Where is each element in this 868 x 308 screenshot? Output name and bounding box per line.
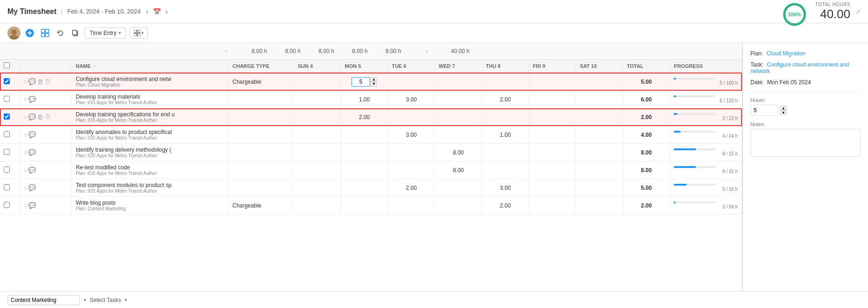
row-comment-icon[interactable]: 💬 — [28, 202, 36, 209]
row-sat-cell[interactable] — [576, 108, 623, 126]
row-delete-icon[interactable]: 🗑 — [37, 114, 43, 121]
row-sat-cell[interactable] — [576, 73, 623, 91]
row-checkbox[interactable] — [4, 78, 10, 84]
row-wed-cell[interactable]: 8.00 — [435, 144, 482, 161]
th-name[interactable]: NAME ↑ — [72, 60, 228, 73]
row-circle-icon[interactable]: ○ — [24, 96, 27, 103]
row-circle-icon[interactable]: ○ — [24, 149, 27, 156]
row-comment-icon[interactable]: 💬 — [28, 149, 36, 156]
row-comment-icon[interactable]: 💬 — [28, 184, 36, 191]
row-sun-cell[interactable] — [294, 126, 341, 144]
next-week-button[interactable]: › — [164, 7, 170, 16]
hours-increment-button[interactable]: ▲ — [780, 106, 787, 110]
hours-decrement-button[interactable]: ▼ — [780, 110, 787, 115]
row-sat-cell[interactable] — [576, 91, 623, 108]
row-checkbox[interactable] — [4, 149, 10, 155]
row-clock-icon[interactable]: ⏱ — [45, 114, 51, 121]
row-fri-cell[interactable] — [529, 144, 576, 161]
row-mon-cell[interactable] — [341, 179, 388, 197]
row-sun-cell[interactable] — [294, 197, 341, 214]
row-checkbox[interactable] — [4, 167, 10, 173]
row-fri-cell[interactable] — [529, 126, 576, 144]
row-circle-icon[interactable]: ○ — [24, 114, 27, 121]
row-mon-cell[interactable] — [341, 144, 388, 161]
row-comment-icon[interactable]: 💬 — [28, 114, 36, 121]
row-comment-icon[interactable]: 💬 — [28, 131, 36, 138]
hour-decrement[interactable]: ▼ — [371, 82, 377, 87]
row-tue-cell[interactable] — [388, 144, 435, 161]
hour-increment[interactable]: ▲ — [371, 77, 377, 82]
row-checkbox[interactable] — [4, 96, 10, 102]
row-circle-icon[interactable]: ○ — [24, 184, 27, 191]
copy-button[interactable] — [70, 28, 81, 38]
undo-button[interactable] — [55, 28, 66, 38]
row-sat-cell[interactable] — [576, 179, 623, 197]
row-fri-cell[interactable] — [529, 73, 576, 91]
row-sun-cell[interactable] — [294, 108, 341, 126]
row-wed-cell[interactable] — [435, 126, 482, 144]
row-tue-cell[interactable]: 3.00 — [388, 91, 435, 108]
row-tue-cell[interactable] — [388, 73, 435, 91]
row-thu-cell[interactable]: 2.00 — [482, 91, 529, 108]
calendar-icon[interactable]: 📅 — [153, 8, 161, 15]
row-tue-cell[interactable] — [388, 161, 435, 179]
row-sun-cell[interactable] — [294, 161, 341, 179]
footer-project-dropdown[interactable]: Content MarketingCloud MigrationiOS Apps… — [7, 295, 80, 305]
select-all-checkbox[interactable] — [4, 62, 10, 68]
row-wed-cell[interactable]: 8.00 — [435, 161, 482, 179]
row-sat-cell[interactable] — [576, 126, 623, 144]
row-wed-cell[interactable] — [435, 197, 482, 214]
row-thu-cell[interactable]: 1.00 — [482, 126, 529, 144]
row-sun-cell[interactable] — [294, 179, 341, 197]
detail-hours-input[interactable] — [750, 105, 778, 116]
row-sun-cell[interactable] — [294, 73, 341, 91]
row-checkbox[interactable] — [4, 202, 10, 208]
row-circle-icon[interactable]: ○ — [24, 167, 27, 174]
row-sat-cell[interactable] — [576, 144, 623, 161]
row-sat-cell[interactable] — [576, 197, 623, 214]
add-button[interactable] — [24, 27, 35, 39]
row-wed-cell[interactable] — [435, 91, 482, 108]
row-thu-cell[interactable] — [482, 108, 529, 126]
row-wed-cell[interactable] — [435, 73, 482, 91]
hour-input-mon[interactable] — [351, 77, 370, 87]
row-thu-cell[interactable]: 2.00 — [482, 197, 529, 214]
detail-notes-input[interactable] — [750, 129, 861, 157]
row-fri-cell[interactable] — [529, 108, 576, 126]
row-circle-icon[interactable]: ○ — [24, 131, 27, 138]
row-mon-cell[interactable]: 1.00 — [341, 91, 388, 108]
expand-icon[interactable]: ⤢ — [856, 8, 861, 15]
row-thu-cell[interactable]: 3.00 — [482, 179, 529, 197]
row-tue-cell[interactable] — [388, 108, 435, 126]
row-sun-cell[interactable] — [294, 91, 341, 108]
row-fri-cell[interactable] — [529, 197, 576, 214]
row-wed-cell[interactable] — [435, 108, 482, 126]
row-mon-cell[interactable] — [341, 161, 388, 179]
row-thu-cell[interactable] — [482, 161, 529, 179]
row-tue-cell[interactable]: 3.00 — [388, 126, 435, 144]
row-checkbox[interactable] — [4, 114, 10, 120]
row-checkbox[interactable] — [4, 184, 10, 190]
row-mon-cell[interactable]: 2.00 — [341, 108, 388, 126]
row-fri-cell[interactable] — [529, 91, 576, 108]
row-mon-cell[interactable] — [341, 126, 388, 144]
row-clock-icon[interactable]: ⏱ — [45, 78, 51, 85]
row-comment-icon[interactable]: 💬 — [28, 167, 36, 174]
row-circle-icon[interactable]: ○ — [24, 78, 27, 85]
time-entry-button[interactable]: Time Entry ▾ — [85, 27, 126, 39]
row-wed-cell[interactable] — [435, 179, 482, 197]
row-sat-cell[interactable] — [576, 161, 623, 179]
row-mon-cell[interactable]: ▲ ▼ — [341, 73, 388, 91]
grid-toggle-button[interactable]: ▾ — [130, 27, 148, 39]
prev-week-button[interactable]: ‹ — [144, 7, 150, 16]
row-fri-cell[interactable] — [529, 179, 576, 197]
row-thu-cell[interactable] — [482, 73, 529, 91]
row-tue-cell[interactable] — [388, 197, 435, 214]
row-comment-icon[interactable]: 💬 — [28, 96, 36, 103]
row-delete-icon[interactable]: 🗑 — [37, 78, 43, 85]
row-mon-cell[interactable] — [341, 197, 388, 214]
row-tue-cell[interactable]: 2.00 — [388, 179, 435, 197]
row-checkbox[interactable] — [4, 131, 10, 137]
grid-view-button[interactable] — [39, 28, 51, 38]
row-comment-icon[interactable]: 💬 — [28, 78, 36, 85]
